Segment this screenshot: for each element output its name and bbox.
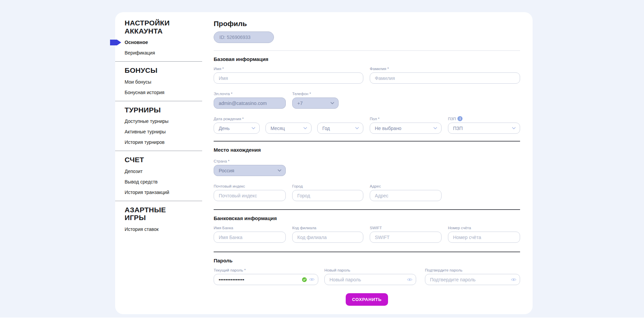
city-input[interactable]	[292, 190, 363, 201]
confirm-password-label: Подтвердите пароль	[425, 268, 520, 273]
chevron-down-icon	[278, 169, 281, 172]
page-background: НАСТРОЙКИ АККАУНТАОсновноеВерификацияБОН…	[0, 0, 644, 318]
chevron-down-icon	[303, 127, 307, 129]
city-field: Город	[292, 184, 363, 201]
sidebar-item-my-bonuses[interactable]: Мои бонусы	[125, 79, 203, 85]
account-number-input[interactable]	[448, 232, 520, 243]
dob-month-select[interactable]: Месяц	[265, 123, 312, 134]
sidebar-item-deposit[interactable]: Депозит	[125, 169, 203, 174]
profile-id-badge: ID: 526906933	[214, 31, 274, 43]
gender-label: Пол *	[370, 117, 442, 121]
sidebar-item-label: Бонусная история	[125, 90, 165, 95]
sidebar-divider	[115, 201, 202, 201]
city-label: Город	[292, 184, 363, 189]
country-select: Россия	[214, 165, 286, 176]
save-button[interactable]: СОХРАНИТЬ	[346, 293, 388, 306]
sidebar-item-label: История турниров	[125, 139, 165, 145]
sidebar-item-label: Основное	[125, 40, 148, 45]
last-name-field: Фамилия *	[370, 67, 520, 84]
swift-input[interactable]	[370, 232, 442, 243]
gender-select[interactable]: Не выбрано	[370, 123, 442, 134]
page-title: Профиль	[214, 20, 520, 28]
sidebar-nav: НАСТРОЙКИ АККАУНТАОсновноеВерификацияБОН…	[115, 12, 203, 314]
postcode-input[interactable]	[214, 190, 286, 201]
chevron-down-icon	[252, 127, 255, 129]
sidebar-item-main[interactable]: Основное	[125, 40, 203, 45]
country-field: Страна * Россия	[214, 159, 286, 176]
sidebar-item-label: Мои бонусы	[125, 79, 151, 85]
sidebar-group-title: ТУРНИРЫ	[125, 106, 186, 114]
new-password-input[interactable]	[324, 274, 416, 285]
address-input[interactable]	[370, 190, 442, 201]
eye-icon[interactable]	[407, 278, 412, 281]
sidebar-group-title: АЗАРТНЫЕ ИГРЫ	[125, 206, 186, 222]
sidebar-item-bonus-history[interactable]: Бонусная история	[125, 90, 203, 95]
address-field: Адрес	[370, 184, 442, 201]
sidebar-item-label: Верификация	[125, 50, 155, 56]
bank-name-field: Имя Банка	[214, 226, 286, 243]
email-label: Эл.почта *	[214, 92, 286, 96]
pzp-label: ПЗП	[448, 117, 456, 121]
dob-day-value: День	[219, 126, 230, 131]
profile-id-value: ID: 526906933	[219, 35, 251, 40]
first-name-label: Имя *	[214, 67, 363, 71]
sidebar-item-verification[interactable]: Верификация	[125, 50, 203, 56]
eye-icon[interactable]	[309, 278, 315, 281]
branch-code-input[interactable]	[292, 232, 363, 243]
section-basic-info-header: Базовая информация	[214, 56, 520, 62]
chevron-down-icon	[330, 102, 334, 104]
branch-code-label: Код филиала	[292, 226, 363, 230]
branch-code-field: Код филиала	[292, 226, 363, 243]
pzp-select[interactable]: ПЗП	[448, 123, 520, 134]
email-input	[214, 98, 286, 109]
sidebar-item-label: История ставок	[125, 227, 158, 232]
section-divider	[214, 141, 520, 142]
postcode-field: Почтовый индекс	[214, 184, 286, 201]
confirm-password-input[interactable]	[425, 274, 520, 285]
address-label: Адрес	[370, 184, 442, 189]
eye-icon[interactable]	[511, 278, 516, 281]
valid-check-icon	[302, 277, 307, 282]
current-password-label: Текущий пароль *	[214, 268, 318, 273]
account-number-field: Номер счёта	[448, 226, 520, 243]
dob-year-value: Год	[322, 126, 330, 131]
bank-name-input[interactable]	[214, 232, 286, 243]
last-name-input[interactable]	[370, 72, 520, 84]
section-bank-header: Банковская информация	[214, 215, 520, 221]
chevron-down-icon	[512, 127, 516, 129]
dob-label: Дата рождения *	[214, 117, 363, 121]
sidebar-item-withdrawal[interactable]: Вывод средств	[125, 179, 203, 185]
phone-code-select: +7	[292, 98, 339, 109]
info-icon[interactable]: i	[457, 116, 463, 121]
dob-field: Дата рождения * День Месяц	[214, 117, 363, 134]
sidebar-item-tournament-history[interactable]: История турниров	[125, 139, 203, 145]
profile-main: Профиль ID: 526906933 Базовая информация…	[203, 12, 533, 314]
sidebar-group-title: БОНУСЫ	[125, 66, 186, 74]
active-item-arrow-icon	[110, 40, 121, 45]
sidebar-item-available-tournaments[interactable]: Доступные турниры	[125, 119, 203, 124]
sidebar-item-bet-history[interactable]: История ставок	[125, 227, 203, 232]
last-name-label: Фамилия *	[370, 67, 520, 71]
gender-value: Не выбрано	[375, 126, 401, 131]
sidebar-item-transaction-history[interactable]: История транзакций	[125, 190, 203, 195]
sidebar-item-label: История транзакций	[125, 190, 169, 195]
section-location-header: Место нахождения	[214, 147, 520, 153]
dob-year-select[interactable]: Год	[317, 123, 363, 134]
first-name-field: Имя *	[214, 67, 363, 84]
new-password-label: Новый пароль	[324, 268, 416, 273]
sidebar-item-active-tournaments[interactable]: Активные турниры	[125, 129, 203, 135]
pzp-field: ПЗП i ПЗП	[448, 117, 520, 134]
bank-name-label: Имя Банка	[214, 226, 286, 230]
sidebar-divider	[115, 101, 202, 101]
country-value: Россия	[219, 168, 234, 173]
dob-day-select[interactable]: День	[214, 123, 260, 134]
swift-label: SWIFT	[370, 226, 442, 230]
new-password-field: Новый пароль	[324, 268, 416, 285]
chevron-down-icon	[433, 127, 437, 129]
sidebar-item-label: Депозит	[125, 169, 143, 174]
first-name-input[interactable]	[214, 72, 363, 84]
current-password-field: Текущий пароль *	[214, 268, 318, 285]
sidebar-item-label: Вывод средств	[125, 179, 158, 185]
sidebar-item-label: Активные турниры	[125, 129, 166, 134]
swift-field: SWIFT	[370, 226, 442, 243]
